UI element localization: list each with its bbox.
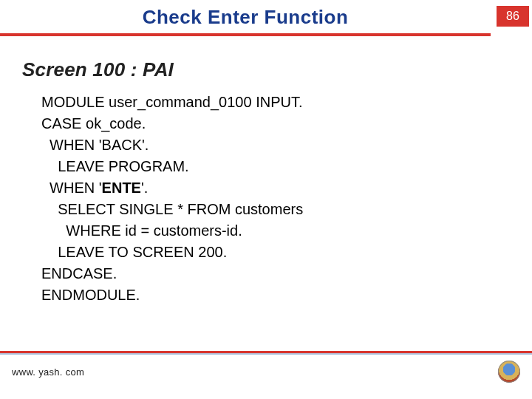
code-line: SELECT SINGLE * FROM customers (41, 201, 303, 217)
code-line: LEAVE TO SCREEN 200. (41, 244, 227, 260)
code-block: MODULE user_command_0100 INPUT. CASE ok_… (41, 92, 532, 306)
company-logo-icon (498, 361, 520, 383)
slide-title: Check Enter Function (0, 6, 491, 29)
footer-url: www. yash. com (12, 366, 84, 378)
title-wrap: Check Enter Function (0, 6, 491, 36)
code-line: WHERE id = customers-id. (41, 222, 242, 239)
page-number-badge: 86 (497, 6, 529, 27)
code-fragment: WHEN ' (41, 180, 102, 196)
slide-header: Check Enter Function 86 (0, 0, 532, 36)
section-heading: Screen 100 : PAI (22, 58, 532, 81)
code-fragment: '. (141, 180, 148, 196)
code-line: WHEN 'BACK'. (41, 137, 149, 153)
code-line: ENDCASE. (41, 265, 117, 282)
slide-footer: www. yash. com (0, 351, 532, 383)
code-line: MODULE user_command_0100 INPUT. (41, 94, 302, 110)
code-line: LEAVE PROGRAM. (41, 158, 189, 174)
code-line: CASE ok_code. (41, 115, 146, 132)
code-line: WHEN 'ENTE'. (41, 180, 148, 196)
highlighted-keyword: ENTE (102, 180, 141, 196)
code-line: ENDMODULE. (41, 287, 140, 303)
